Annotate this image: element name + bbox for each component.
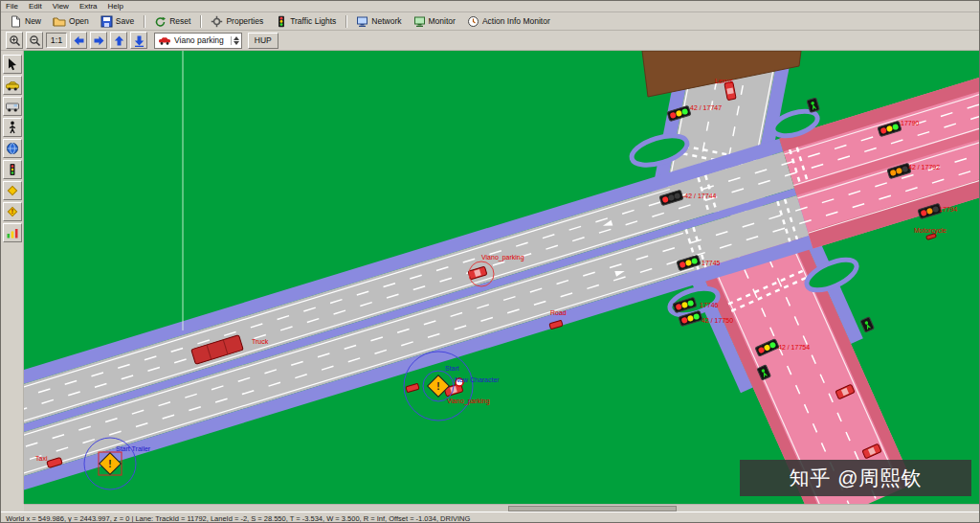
van-tool[interactable]: [3, 97, 22, 116]
scene-canvas[interactable]: ! ! Lexus 42 / 17747 -42 / 17744 17745 1…: [24, 51, 980, 504]
pedestrian-tool[interactable]: [3, 118, 22, 137]
warning-glyph: !: [108, 459, 111, 469]
main-toolbar: New Open Save Reset Properties Traffic L…: [1, 12, 980, 31]
levels-icon: [5, 225, 20, 240]
new-file-icon: [10, 15, 22, 28]
save-button[interactable]: Save: [96, 13, 139, 30]
sign-tool[interactable]: [3, 181, 22, 200]
zoom-in-icon: [9, 34, 21, 47]
network-label: Network: [371, 16, 401, 26]
warning-glyph: !: [11, 208, 12, 215]
traffic-light-icon: [275, 15, 287, 28]
open-label: Open: [69, 16, 89, 26]
monitor-icon: [413, 15, 426, 28]
arrow-up-icon: [113, 34, 125, 47]
pointer-tool[interactable]: [3, 55, 22, 74]
step-back-button[interactable]: [70, 32, 87, 49]
warning-glyph: !: [436, 381, 439, 392]
spin-down-icon[interactable]: [234, 41, 239, 45]
status-text: World x = 549.986, y = 2443.997, z = 0 |…: [6, 514, 470, 523]
jump-up-button[interactable]: [110, 32, 127, 49]
arrow-down-icon: [133, 34, 145, 47]
round-sign[interactable]: [456, 378, 463, 386]
menu-view[interactable]: View: [53, 2, 69, 11]
world-tool[interactable]: [3, 139, 22, 158]
warning-sign-icon: !: [5, 204, 20, 219]
reset-button[interactable]: Reset: [149, 13, 195, 30]
toolbar-separator: [345, 15, 346, 28]
vehicle-selector-value: Viano parking: [174, 35, 228, 45]
network-monitor-icon: [356, 15, 368, 28]
network-button[interactable]: Network: [351, 13, 406, 30]
arrow-left-icon: [73, 34, 85, 47]
levels-tool[interactable]: [3, 223, 22, 242]
monitor-label: Monitor: [429, 16, 456, 26]
pointer-icon: [5, 57, 20, 72]
open-folder-icon: [53, 15, 66, 27]
step-forward-button[interactable]: [90, 32, 107, 49]
traffic-light-small-icon: [5, 162, 20, 177]
menu-edit[interactable]: Edit: [29, 2, 42, 11]
menu-help[interactable]: Help: [108, 2, 123, 11]
zoom-in-button[interactable]: [6, 32, 23, 49]
spin-up-icon[interactable]: [234, 36, 239, 40]
car-tool[interactable]: [3, 76, 22, 95]
save-disk-icon: [100, 15, 113, 28]
horizontal-scrollbar[interactable]: [24, 504, 980, 512]
reset-icon: [154, 15, 167, 28]
road-scene[interactable]: ! !: [24, 51, 980, 504]
car-icon: [158, 35, 171, 45]
tool-palette: !: [1, 51, 24, 504]
pedestrian-icon: [5, 120, 20, 135]
menu-file[interactable]: File: [6, 2, 18, 11]
open-button[interactable]: Open: [48, 13, 94, 29]
globe-icon: [5, 141, 20, 156]
properties-label: Properties: [226, 16, 263, 26]
toolbar-separator: [144, 15, 145, 28]
toolbar-separator: [200, 15, 201, 28]
jump-down-button[interactable]: [130, 32, 147, 49]
properties-button[interactable]: Properties: [206, 13, 268, 30]
new-button[interactable]: New: [5, 13, 46, 30]
view-toolbar: 1:1 Viano parking HUP: [1, 31, 980, 51]
traffic-lights-label: Traffic Lights: [290, 16, 336, 26]
clock-icon: [467, 15, 479, 28]
zoom-out-icon: [29, 34, 41, 47]
action-info-monitor-label: Action Info Monitor: [482, 16, 550, 26]
traffic-light-tool[interactable]: [3, 160, 22, 179]
warning-tool[interactable]: !: [3, 202, 22, 221]
van-icon: [5, 99, 20, 114]
zoom-out-button[interactable]: [26, 32, 43, 49]
application-window: File Edit View Extra Help New Open Save …: [0, 0, 980, 523]
combo-spinner[interactable]: [231, 36, 239, 45]
menu-extra[interactable]: Extra: [79, 2, 98, 11]
yellow-car-icon: [5, 78, 20, 93]
action-info-monitor-button[interactable]: Action Info Monitor: [462, 13, 555, 30]
new-label: New: [25, 16, 41, 26]
watermark: 知乎 @周熙钦: [740, 460, 971, 496]
zoom-scale-indicator[interactable]: 1:1: [46, 33, 67, 48]
arrow-right-icon: [93, 34, 105, 47]
save-label: Save: [116, 16, 134, 26]
hup-button[interactable]: HUP: [248, 33, 278, 49]
traffic-lights-button[interactable]: Traffic Lights: [270, 13, 341, 30]
diamond-sign-icon: [5, 183, 20, 198]
menu-bar: File Edit View Extra Help: [1, 1, 980, 12]
monitor-button[interactable]: Monitor: [409, 13, 460, 30]
properties-gear-icon: [211, 15, 223, 28]
reset-label: Reset: [169, 16, 190, 26]
vehicle-selector-combo[interactable]: Viano parking: [154, 33, 242, 49]
status-bar: World x = 549.986, y = 2443.997, z = 0 |…: [1, 512, 980, 523]
